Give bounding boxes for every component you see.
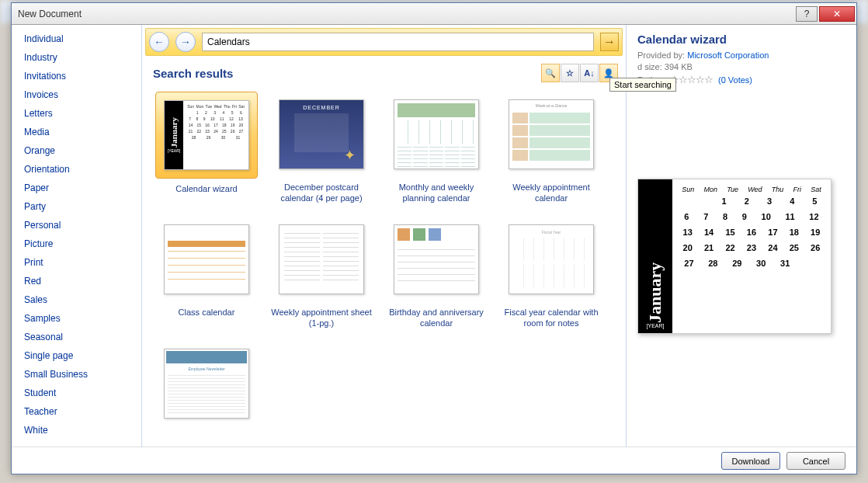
template-item[interactable]: Class calendar xyxy=(151,217,262,329)
view-favorites-icon[interactable]: ☆ xyxy=(561,64,579,82)
sidebar-item-print[interactable]: Print xyxy=(24,253,141,272)
sidebar-item-red[interactable]: Red xyxy=(24,272,141,290)
navigation-bar: ← → Calendars → xyxy=(145,28,623,56)
sidebar-item-white[interactable]: White xyxy=(24,421,141,440)
template-item[interactable]: DECEMBER✦December postcard calendar (4 p… xyxy=(266,92,377,204)
template-label: Monthly and weekly planning calendar xyxy=(386,182,487,204)
back-button[interactable]: ← xyxy=(149,32,169,52)
sidebar-item-industry[interactable]: Industry xyxy=(24,48,141,67)
template-label: December postcard calendar (4 per page) xyxy=(271,182,372,204)
template-label: Fiscal year calendar with room for notes xyxy=(501,307,602,329)
view-search-icon[interactable]: 🔍 xyxy=(541,64,560,82)
template-label: Class calendar xyxy=(179,307,235,318)
sidebar-item-orange[interactable]: Orange xyxy=(24,141,141,160)
titlebar: New Document ? ✕ xyxy=(12,3,856,25)
template-item[interactable]: Fiscal YearFiscal year calendar with roo… xyxy=(496,217,606,329)
results-heading: Search results xyxy=(153,67,233,80)
template-item[interactable]: Weekly appointment sheet (1-pg.) xyxy=(266,217,377,329)
search-input[interactable]: Calendars xyxy=(202,33,594,51)
template-thumbnail xyxy=(156,217,257,302)
preview-title: Calendar wizard xyxy=(637,33,845,46)
sidebar-item-media[interactable]: Media xyxy=(24,123,141,141)
help-button[interactable]: ? xyxy=(796,6,818,22)
sidebar-item-teacher[interactable]: Teacher xyxy=(24,402,141,421)
sidebar-item-picture[interactable]: Picture xyxy=(24,235,141,253)
rating-stars-icon: ☆☆☆☆☆ xyxy=(670,74,713,85)
template-item[interactable]: Employee Newsletter xyxy=(151,341,262,431)
close-button[interactable]: ✕ xyxy=(819,6,855,22)
template-thumbnail xyxy=(386,217,487,302)
template-label: Weekly appointment calendar xyxy=(501,182,602,204)
template-thumbnail: Fiscal Year xyxy=(501,217,602,302)
votes-link[interactable]: (0 Votes) xyxy=(718,75,752,85)
search-go-button[interactable]: → xyxy=(600,33,619,51)
category-sidebar[interactable]: IndividualIndustryInvitationsInvoicesLet… xyxy=(12,25,142,447)
provider-link[interactable]: Microsoft Corporation xyxy=(687,50,769,60)
sidebar-item-individual[interactable]: Individual xyxy=(24,30,141,48)
cancel-button[interactable]: Cancel xyxy=(786,452,845,470)
preview-size: d size: 394 KB xyxy=(637,62,845,71)
results-grid[interactable]: January[YEAR]SunMonTueWedThuFriSat123456… xyxy=(142,85,626,447)
sidebar-item-sales[interactable]: Sales xyxy=(24,290,141,309)
template-item[interactable]: January[YEAR]SunMonTueWedThuFriSat123456… xyxy=(151,92,262,204)
new-document-dialog: New Document ? ✕ IndividualIndustryInvit… xyxy=(11,2,857,474)
results-header: Search results 🔍 ☆ A↓ 👤 xyxy=(142,56,626,85)
sidebar-item-personal[interactable]: Personal xyxy=(24,216,141,235)
sidebar-item-paper[interactable]: Paper xyxy=(24,179,141,197)
preview-provider: Provided by: Microsoft Corporation xyxy=(637,50,845,60)
sidebar-item-invoices[interactable]: Invoices xyxy=(24,85,141,104)
template-label: Birthday and anniversary calendar xyxy=(386,307,487,329)
download-button[interactable]: Download xyxy=(721,452,780,470)
template-label: Calendar wizard xyxy=(175,183,237,194)
template-thumbnail: Week-at-a-Glance xyxy=(501,92,602,177)
dialog-footer: Download Cancel xyxy=(12,447,856,474)
sort-button[interactable]: A↓ xyxy=(580,64,599,82)
template-thumbnail xyxy=(386,92,487,177)
template-item[interactable]: Week-at-a-GlanceWeekly appointment calen… xyxy=(496,92,606,204)
template-thumbnail xyxy=(271,217,372,302)
template-thumbnail: DECEMBER✦ xyxy=(271,92,372,177)
sidebar-item-single-page[interactable]: Single page xyxy=(24,346,141,365)
sidebar-item-party[interactable]: Party xyxy=(24,197,141,216)
results-pane: ← → Calendars → Search results 🔍 ☆ A↓ 👤 … xyxy=(142,25,627,447)
sidebar-item-invitations[interactable]: Invitations xyxy=(24,67,141,85)
template-thumbnail: January[YEAR]SunMonTueWedThuFriSat123456… xyxy=(155,92,258,179)
template-thumbnail: Employee Newsletter xyxy=(156,341,257,426)
template-item[interactable]: Monthly and weekly planning calendar xyxy=(381,92,491,204)
sidebar-item-samples[interactable]: Samples xyxy=(24,309,141,328)
preview-thumbnail: January [YEAR] SunMonTueWedThuFriSat1234… xyxy=(637,179,832,334)
search-value: Calendars xyxy=(207,36,250,47)
forward-button[interactable]: → xyxy=(175,32,196,52)
template-item[interactable]: Birthday and anniversary calendar xyxy=(381,217,491,329)
sidebar-item-student[interactable]: Student xyxy=(24,384,141,402)
template-label: Weekly appointment sheet (1-pg.) xyxy=(271,307,372,329)
sidebar-item-letters[interactable]: Letters xyxy=(24,104,141,123)
tooltip: Start searching xyxy=(609,78,676,92)
window-title: New Document xyxy=(18,9,82,19)
sidebar-item-small-business[interactable]: Small Business xyxy=(24,365,141,384)
sidebar-item-seasonal[interactable]: Seasonal xyxy=(24,328,141,346)
sidebar-item-orientation[interactable]: Orientation xyxy=(24,160,141,179)
